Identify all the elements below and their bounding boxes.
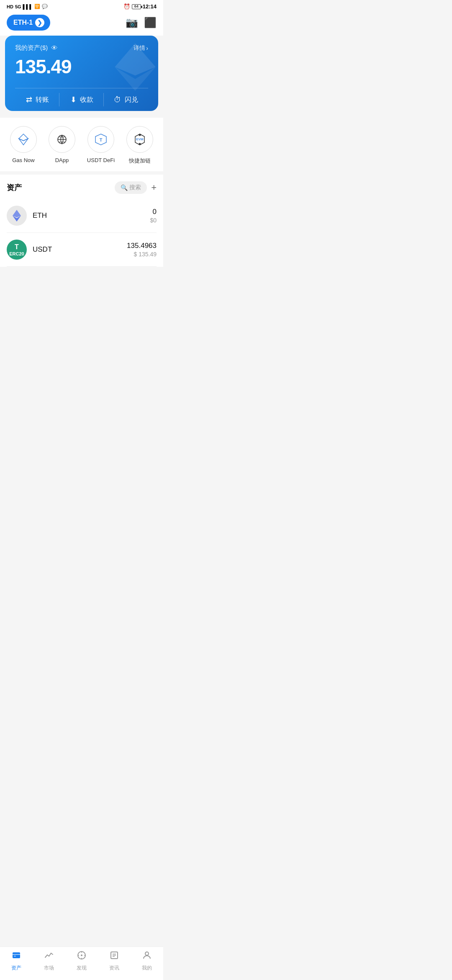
network-label: ETH-1 — [13, 19, 33, 26]
eye-icon[interactable]: 👁 — [51, 44, 58, 52]
network-selector[interactable]: ETH-1 ❯ — [7, 15, 50, 31]
quick-item-add-chain[interactable]: EVM 快捷加链 — [126, 126, 153, 165]
svg-marker-2 — [19, 134, 28, 141]
hd-indicator: HD — [7, 4, 13, 9]
asset-actions: ⇄ 转账 ⬇ 收款 ⏱ 闪兑 — [15, 88, 148, 111]
dapp-icon-circle — [49, 126, 75, 153]
usdt-defi-icon-circle: T — [87, 126, 114, 153]
quick-item-usdt-defi[interactable]: T USDT DeFi — [87, 126, 115, 165]
usdt-token-name: USDT — [33, 245, 127, 254]
svg-marker-3 — [19, 139, 28, 145]
top-nav: ETH-1 ❯ 📷 ⬛ — [0, 11, 163, 36]
quick-item-gas-now[interactable]: Gas Now — [10, 126, 37, 165]
eth-amount: 0 — [150, 208, 157, 216]
eth-token-balance: 0 $0 — [150, 208, 157, 224]
time-display: 12:14 — [143, 3, 157, 10]
battery-icon: 64 — [132, 4, 141, 9]
scan-icon[interactable]: ⬛ — [144, 17, 157, 28]
eth-usd: $0 — [150, 217, 157, 224]
wallet-add-icon[interactable]: 📷 — [126, 17, 138, 28]
status-left: HD 5G ▌▌▌ 🛜 💬 — [7, 4, 48, 9]
quick-item-dapp[interactable]: DApp — [49, 126, 75, 165]
signal-icon: ▌▌▌ — [23, 4, 33, 9]
wechat-icon: 💬 — [42, 4, 48, 9]
usdt-token-balance: 135.4963 $ 135.49 — [127, 242, 157, 258]
asset-card: 我的资产($) 👁 详情 › 135.49 ⇄ 转账 ⬇ 收款 ⏱ 闪兑 — [5, 36, 158, 111]
svg-text:EVM: EVM — [136, 137, 144, 141]
transfer-icon: ⇄ — [26, 95, 32, 104]
dapp-label: DApp — [55, 157, 69, 163]
top-nav-icons: 📷 ⬛ — [126, 17, 157, 28]
gas-now-label: Gas Now — [12, 157, 34, 163]
search-icon: 🔍 — [121, 184, 128, 191]
assets-controls: 🔍 搜索 + — [115, 181, 157, 194]
eth-token-name: ETH — [33, 211, 150, 220]
asset-label: 我的资产($) 👁 — [15, 44, 58, 52]
asset-label-text: 我的资产($) — [15, 44, 48, 52]
token-item-eth[interactable]: ETH 0 $0 — [7, 199, 157, 233]
wifi-icon: 🛜 — [34, 4, 40, 9]
network-arrow-icon: ❯ — [35, 18, 44, 27]
usdt-logo-t: T — [15, 243, 19, 251]
assets-title: 资产 — [7, 183, 22, 193]
usdt-defi-label: USDT DeFi — [87, 157, 115, 163]
flash-swap-label: 闪兑 — [125, 95, 138, 104]
gas-now-icon-circle — [10, 126, 37, 153]
transfer-label: 转账 — [36, 95, 49, 104]
assets-header: 资产 🔍 搜索 + — [7, 175, 157, 199]
usdt-logo-erc20: ERC20 — [9, 251, 24, 256]
receive-button[interactable]: ⬇ 收款 — [59, 88, 104, 111]
quick-menu: Gas Now DApp T USDT DeFi — [0, 118, 163, 171]
status-bar: HD 5G ▌▌▌ 🛜 💬 ⏰ 64 12:14 — [0, 0, 163, 11]
flash-swap-button[interactable]: ⏱ 闪兑 — [104, 88, 148, 111]
alarm-icon: ⏰ — [123, 3, 130, 10]
usdt-token-icon: T ERC20 — [7, 240, 27, 260]
search-placeholder: 搜索 — [129, 184, 141, 191]
usdt-usd: $ 135.49 — [127, 251, 157, 258]
receive-label: 收款 — [80, 95, 93, 104]
usdt-amount: 135.4963 — [127, 242, 157, 250]
5g-indicator: 5G — [15, 4, 21, 9]
add-asset-button[interactable]: + — [151, 182, 157, 193]
search-box[interactable]: 🔍 搜索 — [115, 181, 147, 194]
token-item-usdt[interactable]: T ERC20 USDT 135.4963 $ 135.49 — [7, 233, 157, 267]
quick-menu-items: Gas Now DApp T USDT DeFi — [0, 126, 163, 165]
status-right: ⏰ 64 12:14 — [123, 3, 157, 10]
assets-section: 资产 🔍 搜索 + ETH 0 $0 T ERC20 USDT — [0, 175, 163, 267]
svg-text:T: T — [100, 137, 103, 142]
svg-marker-12 — [13, 210, 21, 217]
receive-icon: ⬇ — [70, 95, 77, 104]
flash-swap-icon: ⏱ — [114, 95, 121, 104]
eth-token-icon — [7, 206, 27, 226]
add-chain-label: 快捷加链 — [129, 157, 151, 165]
add-chain-icon-circle: EVM — [126, 126, 153, 153]
transfer-button[interactable]: ⇄ 转账 — [15, 88, 59, 111]
